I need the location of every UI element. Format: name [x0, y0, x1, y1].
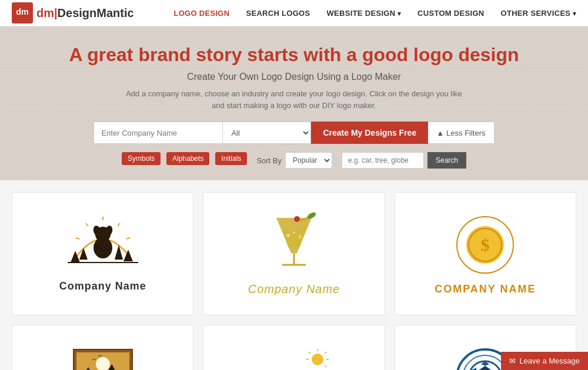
mountain-logo-svg	[68, 344, 138, 370]
sort-row: Sort By Popular	[256, 152, 332, 169]
dm-logo-icon: dm	[12, 2, 33, 23]
svg-line-61	[325, 365, 326, 367]
cocktail-logo-canvas: Company Name	[215, 212, 372, 296]
nav-other-services[interactable]: OTHER SERVICES	[501, 9, 576, 18]
sort-select[interactable]: Popular	[285, 152, 332, 169]
svg-marker-13	[71, 251, 80, 263]
filter-initials[interactable]: Initials	[215, 152, 247, 165]
nav-custom-design[interactable]: CUSTOM DESIGN	[417, 9, 484, 18]
logo-card-cocktail[interactable]: Company Name	[203, 192, 385, 315]
svg-point-21	[286, 234, 290, 237]
hero-subheadline: Create Your Own Logo Design Using a Logo…	[12, 72, 576, 82]
logo-card-surf[interactable]: Company Name	[203, 325, 385, 370]
svg-marker-67	[476, 366, 494, 371]
hero-section: A great brand story starts with a good l…	[0, 26, 588, 180]
keyword-search-button[interactable]: Search	[427, 152, 466, 169]
svg-point-20	[294, 216, 300, 222]
svg-point-57	[312, 354, 323, 365]
svg-marker-11	[79, 248, 88, 260]
svg-text:$: $	[481, 235, 490, 254]
mail-icon: ✉	[509, 356, 516, 365]
mountain-logo-canvas: Company Name	[24, 344, 181, 370]
logo-card-dog[interactable]: Company Name	[12, 192, 193, 315]
logo-card-dollar[interactable]: $ COMPANY NAME	[395, 192, 576, 315]
logo-grid: Company Name	[0, 180, 588, 370]
dog-logo-svg	[65, 216, 141, 274]
keyword-search-row: Search	[342, 152, 466, 169]
dollar-logo-svg: $	[447, 213, 523, 277]
site-header: dm dm|DesignMantic LOGO DESIGN SEARCH LO…	[0, 0, 588, 26]
leave-message-button[interactable]: ✉ Leave a Message	[501, 352, 588, 370]
less-filters-button[interactable]: ▲ Less Filters	[428, 122, 494, 144]
filter-controls: Symbols Alphabets Initials Sort By Popul…	[12, 152, 576, 169]
logo-card-mountain[interactable]: Company Name	[12, 325, 193, 370]
filter-tags-row: Symbols Alphabets Initials	[122, 152, 247, 165]
svg-line-62	[309, 352, 310, 354]
nav-website-design[interactable]: WEBSITE DESIGN	[327, 9, 402, 18]
svg-text:dm: dm	[16, 7, 29, 16]
svg-line-6	[126, 238, 130, 239]
main-search-row: All Create My Designs Free ▲ Less Filter…	[12, 122, 576, 144]
surf-logo-svg	[250, 348, 338, 371]
main-nav: LOGO DESIGN SEARCH LOGOS WEBSITE DESIGN …	[173, 9, 576, 18]
svg-line-59	[325, 352, 326, 354]
nav-search-logos[interactable]: SEARCH LOGOS	[246, 9, 310, 18]
svg-line-3	[86, 223, 88, 226]
site-logo[interactable]: dm dm|DesignMantic	[12, 2, 134, 23]
sort-by-label: Sort By	[256, 156, 282, 165]
dog-company-name: Company Name	[59, 280, 146, 292]
hero-description: Add a company name, choose an industry a…	[123, 88, 465, 111]
hero-headline: A great brand story starts with a good l…	[12, 44, 576, 66]
cocktail-logo-svg	[259, 212, 329, 277]
dog-logo-canvas: Company Name	[24, 216, 181, 292]
svg-line-5	[76, 238, 79, 239]
company-name-input[interactable]	[93, 122, 223, 144]
filter-symbols[interactable]: Symbols	[122, 152, 161, 165]
svg-point-22	[293, 231, 295, 234]
surf-logo-canvas: Company Name	[215, 348, 372, 371]
svg-point-23	[298, 235, 301, 238]
dollar-company-name: COMPANY NAME	[435, 283, 536, 295]
chevron-up-icon: ▲	[436, 129, 444, 137]
keyword-search-input[interactable]	[342, 152, 424, 169]
filter-alphabets[interactable]: Alphabets	[166, 152, 209, 165]
category-select[interactable]: All	[223, 122, 311, 144]
logo-text: dm|DesignMantic	[36, 6, 134, 20]
nav-logo-design[interactable]: LOGO DESIGN	[173, 9, 229, 18]
svg-line-4	[118, 223, 120, 226]
dollar-logo-canvas: $ COMPANY NAME	[407, 213, 564, 295]
leave-message-label: Leave a Message	[519, 356, 580, 365]
cocktail-company-name: Company Name	[248, 282, 340, 296]
create-designs-button[interactable]: Create My Designs Free	[311, 122, 428, 144]
